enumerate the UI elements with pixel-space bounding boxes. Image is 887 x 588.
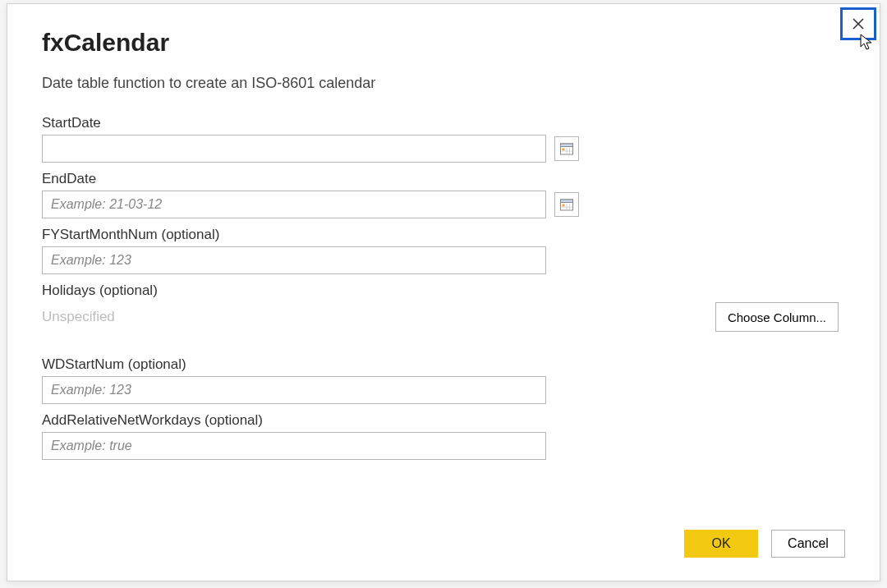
close-icon	[851, 16, 866, 31]
end-date-input[interactable]	[42, 191, 546, 218]
start-date-label: StartDate	[42, 115, 845, 131]
end-date-label: EndDate	[42, 171, 845, 187]
calendar-icon	[559, 197, 574, 212]
field-holidays: Holidays (optional)	[42, 283, 845, 299]
holidays-label: Holidays (optional)	[42, 283, 845, 299]
fy-start-month-num-label: FYStartMonthNum (optional)	[42, 227, 845, 243]
field-fy-start-month-num: FYStartMonthNum (optional)	[42, 227, 845, 274]
start-date-picker-button[interactable]	[554, 136, 579, 161]
svg-rect-9	[561, 200, 573, 203]
field-end-date: EndDate	[42, 171, 845, 218]
choose-column-button[interactable]: Choose Column...	[715, 302, 839, 332]
fy-start-month-num-input[interactable]	[42, 246, 546, 274]
field-start-date: StartDate	[42, 115, 845, 163]
svg-rect-4	[563, 149, 565, 151]
field-add-relative-net-workdays: AddRelativeNetWorkdays (optional)	[42, 412, 845, 460]
function-parameters-dialog: fxCalendar Date table function to create…	[7, 3, 880, 581]
field-wd-start-num: WDStartNum (optional)	[42, 356, 845, 404]
cancel-button[interactable]: Cancel	[771, 530, 845, 558]
holidays-status: Unspecified	[42, 309, 115, 325]
add-relative-net-workdays-input[interactable]	[42, 432, 546, 460]
calendar-icon	[559, 141, 574, 156]
dialog-title: fxCalendar	[42, 29, 845, 57]
end-date-picker-button[interactable]	[554, 192, 579, 217]
svg-rect-10	[563, 204, 565, 207]
add-relative-net-workdays-label: AddRelativeNetWorkdays (optional)	[42, 412, 845, 429]
wd-start-num-label: WDStartNum (optional)	[42, 356, 845, 373]
dialog-footer: OK Cancel	[684, 530, 845, 558]
close-button[interactable]	[840, 7, 876, 40]
svg-rect-3	[561, 144, 573, 147]
wd-start-num-input[interactable]	[42, 376, 546, 404]
ok-button[interactable]: OK	[684, 530, 758, 558]
dialog-subtitle: Date table function to create an ISO-860…	[42, 75, 845, 92]
start-date-input[interactable]	[42, 135, 546, 163]
